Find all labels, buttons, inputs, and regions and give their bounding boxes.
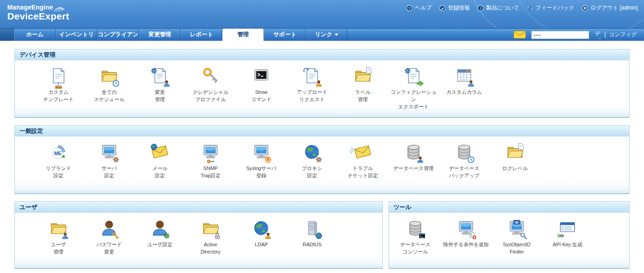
tab-change-management[interactable]: 変更管理 (139, 29, 181, 41)
user-management-icon (49, 220, 67, 238)
help-icon (406, 5, 413, 11)
configuration-export-icon (404, 68, 423, 86)
tile-add-exclude-criteria[interactable]: 除外する条件を追加 (441, 220, 491, 249)
feedback-link[interactable]: フィードバック (527, 4, 574, 12)
tab-compliance[interactable]: コンプライアンス (97, 29, 139, 41)
tile-label: データベース バックアップ (439, 165, 490, 180)
tile-label: メール 設定 (135, 165, 185, 180)
tile-label: アップロード リクエスト (287, 89, 337, 103)
tile-credential-profile[interactable]: クレデンシャル プロファイル (185, 68, 236, 103)
database-console-icon (406, 220, 424, 238)
tile-syslog-server[interactable]: Syslogサーバ 登録 (236, 144, 287, 180)
tile-log-level[interactable]: ログレベル (490, 144, 540, 172)
nav-search-area: デバイス | コンフィグ (514, 29, 644, 41)
tile-change-management[interactable]: 変更 管理 (135, 68, 185, 103)
tile-show-command[interactable]: Show コマンド (236, 68, 287, 103)
snmp-trap-icon (202, 144, 220, 162)
mail-button[interactable] (514, 31, 526, 39)
log-level-icon (506, 144, 524, 162)
tab-home[interactable]: ホーム (14, 29, 56, 41)
tile-radius[interactable]: RADIUS (287, 220, 337, 249)
about-label: 製品について (486, 4, 519, 12)
custom-columns-icon (455, 68, 473, 86)
mail-settings-icon (151, 144, 169, 162)
tile-upload-request[interactable]: アップロード リクエスト (287, 68, 337, 103)
logout-icon (582, 5, 588, 11)
tile-sysobjectid-finder[interactable]: SysObjectID Finder (491, 220, 542, 256)
search-scope: デバイス | コンフィグ (595, 30, 637, 39)
tile-proxy-settings[interactable]: プロキシ 設定 (287, 144, 337, 180)
tile-label: プロキシ 設定 (287, 165, 337, 180)
tile-label: API Key 生成 (542, 241, 593, 249)
tile-label-management[interactable]: ラベル 管理 (337, 68, 388, 103)
users-header: ユーザ (15, 202, 382, 213)
upload-request-icon (303, 68, 321, 86)
custom-template-icon (49, 68, 67, 86)
tile-label: データベース コンソール (390, 241, 441, 256)
api-key-generate-icon (558, 220, 577, 238)
tile-custom-columns[interactable]: カスタムカラム (439, 68, 490, 96)
device-management-header: デバイス管理 (15, 49, 629, 60)
tile-all-schedules[interactable]: 全ての スケジュール (84, 68, 135, 103)
tile-label: 除外する条件を追加 (441, 241, 491, 249)
tile-api-key-generate[interactable]: API Key 生成 (542, 220, 593, 249)
main-nav: ホーム インベントリ コンプライアンス 変更管理 レポート 管理 サポート リン… (0, 28, 644, 41)
registration-icon (439, 5, 446, 11)
users-body: ユーザ 管理 パスワード 変更 ユーザ設定 (15, 213, 382, 268)
registration-label: 登録情報 (448, 4, 470, 12)
tile-snmp-trap-settings[interactable]: SNMP Trap設定 (185, 144, 236, 180)
general-settings-body: リブランド 設定 サーバ 設定 メール 設定 SNMP Trap設定 (15, 136, 629, 193)
scope-config-link[interactable]: コンフィグ (609, 30, 637, 39)
search-input[interactable] (531, 31, 589, 39)
tile-label: 全ての スケジュール (84, 89, 135, 103)
tab-inventory[interactable]: インベントリ (56, 29, 97, 41)
trouble-ticket-icon (354, 144, 372, 162)
tile-active-directory[interactable]: Active Directory (185, 220, 236, 256)
logout-link[interactable]: ログアウト [admin] (582, 4, 638, 12)
help-label: ヘルプ (415, 4, 432, 12)
tile-label: ラベル 管理 (337, 89, 388, 103)
tile-server-settings[interactable]: サーバ 設定 (84, 144, 135, 180)
tile-password-change[interactable]: パスワード 変更 (84, 220, 135, 256)
tile-configuration-export[interactable]: コンフィグレーション エクスポート (388, 68, 439, 111)
product-name: DeviceExpert (7, 11, 69, 21)
tile-label: Syslogサーバ 登録 (236, 165, 287, 180)
tile-label: SNMP Trap設定 (185, 165, 236, 180)
bottom-row: ユーザ ユーザ 管理 パスワード 変更 (14, 201, 630, 273)
database-management-icon (404, 144, 423, 162)
section-general-settings: 一般設定 リブランド 設定 サーバ 設定 メール 設定 (14, 125, 630, 194)
database-backup-icon (455, 144, 473, 162)
tile-label: リブランド 設定 (33, 165, 84, 180)
proxy-settings-icon (303, 144, 321, 162)
radius-icon (303, 220, 321, 238)
syslog-server-icon (252, 144, 270, 162)
tile-custom-template[interactable]: カスタム テンプレート (33, 68, 84, 103)
scope-device-link[interactable]: デバイス (595, 30, 601, 39)
tile-label: サーバ 設定 (84, 165, 135, 180)
tile-database-console[interactable]: データベース コンソール (390, 220, 441, 256)
about-product-link[interactable]: 製品について (477, 4, 519, 12)
tile-trouble-ticket-settings[interactable]: トラブル チケット設定 (337, 144, 388, 180)
tab-support[interactable]: サポート (264, 29, 306, 41)
tile-database-management[interactable]: データベース管理 (388, 144, 439, 172)
registration-link[interactable]: 登録情報 (439, 4, 470, 12)
label-management-icon (354, 68, 372, 86)
general-settings-header: 一般設定 (15, 126, 629, 136)
tile-user-management[interactable]: ユーザ 管理 (33, 220, 84, 256)
tab-reports[interactable]: レポート (181, 29, 222, 41)
user-settings-icon (151, 220, 169, 238)
help-link[interactable]: ヘルプ (406, 4, 432, 12)
tile-rebrand-settings[interactable]: リブランド 設定 (33, 144, 84, 180)
tile-label: 変更 管理 (135, 89, 185, 103)
password-change-icon (100, 220, 118, 238)
tile-mail-settings[interactable]: メール 設定 (135, 144, 185, 180)
tile-label: カスタム テンプレート (33, 89, 84, 103)
nav-left-spacer (0, 29, 14, 41)
tile-database-backup[interactable]: データベース バックアップ (439, 144, 490, 180)
tab-admin[interactable]: 管理 (222, 29, 264, 41)
tile-label: クレデンシャル プロファイル (185, 89, 236, 103)
tab-links[interactable]: リンク (306, 29, 347, 41)
admin-content: デバイス管理 カスタム テンプレート 全ての スケジュール 変更 管理 (0, 41, 644, 273)
tile-user-settings[interactable]: ユーザ設定 (135, 220, 185, 249)
tile-ldap[interactable]: LDAP (236, 220, 287, 249)
